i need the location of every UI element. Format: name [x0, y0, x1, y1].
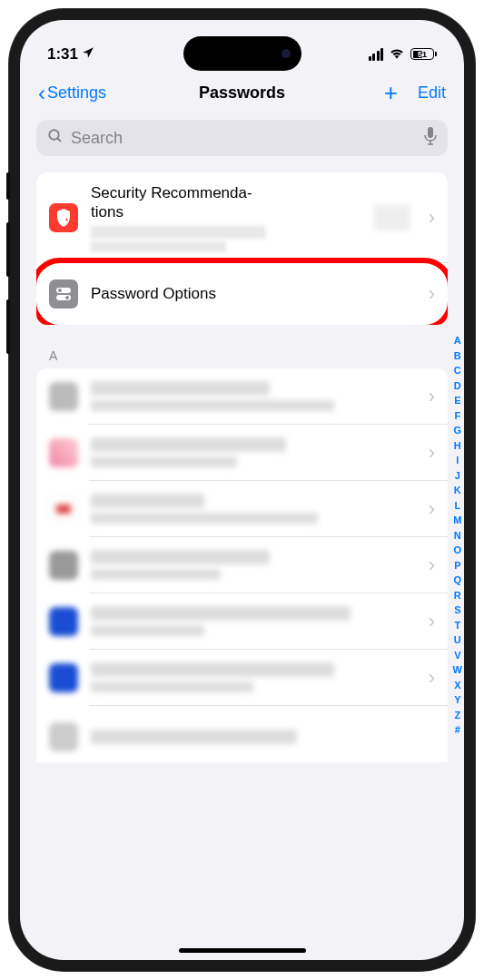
- alpha-index-letter[interactable]: F: [453, 408, 462, 424]
- alpha-index-letter[interactable]: V: [453, 648, 462, 663]
- toggles-icon: [49, 279, 78, 309]
- alpha-index-letter[interactable]: L: [453, 498, 462, 514]
- edit-button[interactable]: Edit: [418, 83, 446, 103]
- back-button[interactable]: ‹ Settings: [38, 81, 106, 106]
- list-item[interactable]: ›: [36, 425, 448, 481]
- alphabet-index[interactable]: ABCDEFGHIJKLMNOPQRSTUVWXYZ#: [453, 333, 462, 738]
- password-options-label: Password Options: [91, 284, 416, 303]
- section-header-a: A: [36, 348, 448, 368]
- alpha-index-letter[interactable]: Y: [453, 692, 462, 708]
- list-item[interactable]: ›: [36, 593, 448, 650]
- security-recommendations-row[interactable]: Security Recommenda- tions ›: [36, 172, 448, 263]
- wifi-icon: [389, 46, 405, 63]
- page-title: Passwords: [199, 83, 285, 103]
- alpha-index-letter[interactable]: N: [453, 528, 462, 544]
- alpha-index-letter[interactable]: R: [453, 588, 462, 603]
- alpha-index-letter[interactable]: G: [453, 423, 462, 438]
- alpha-index-letter[interactable]: B: [453, 348, 462, 364]
- location-icon: [82, 45, 94, 64]
- clock: 1:31: [47, 45, 78, 64]
- chevron-left-icon: ‹: [38, 81, 45, 106]
- list-item[interactable]: ›: [36, 537, 448, 593]
- alpha-index-letter[interactable]: D: [453, 378, 462, 394]
- list-item[interactable]: ›: [36, 650, 448, 706]
- alpha-index-letter[interactable]: Z: [453, 708, 462, 723]
- alpha-index-letter[interactable]: A: [453, 333, 462, 348]
- list-item[interactable]: ›: [36, 481, 448, 537]
- svg-point-8: [65, 296, 69, 299]
- alpha-index-letter[interactable]: O: [453, 543, 462, 558]
- alpha-index-letter[interactable]: Q: [453, 573, 462, 588]
- chevron-right-icon: ›: [429, 206, 435, 230]
- alpha-index-letter[interactable]: K: [453, 483, 462, 498]
- svg-point-6: [58, 289, 62, 292]
- chevron-right-icon: ›: [429, 497, 435, 521]
- screen: 1:31 51: [20, 20, 464, 960]
- password-list: › › › ›: [36, 368, 448, 762]
- svg-rect-2: [428, 127, 433, 138]
- chevron-right-icon: ›: [429, 385, 435, 408]
- chevron-right-icon: ›: [429, 666, 435, 690]
- chevron-right-icon: ›: [429, 554, 435, 577]
- blurred-badge: [374, 205, 410, 230]
- password-options-row[interactable]: Password Options ›: [36, 263, 448, 325]
- alpha-index-letter[interactable]: X: [453, 678, 462, 693]
- svg-line-1: [57, 138, 61, 142]
- list-item[interactable]: [36, 706, 448, 762]
- alpha-index-letter[interactable]: #: [453, 722, 462, 738]
- alpha-index-letter[interactable]: U: [453, 632, 462, 648]
- blurred-subtitle: [91, 241, 226, 252]
- signal-icon: [369, 48, 384, 61]
- chevron-right-icon: ›: [429, 282, 435, 306]
- alpha-index-letter[interactable]: E: [453, 393, 462, 408]
- home-indicator[interactable]: [179, 948, 306, 953]
- chevron-right-icon: ›: [429, 610, 435, 633]
- search-input[interactable]: Search: [36, 120, 448, 156]
- shield-alert-icon: [49, 203, 78, 232]
- dynamic-island: [183, 36, 301, 71]
- alpha-index-letter[interactable]: P: [453, 558, 462, 573]
- svg-point-0: [49, 130, 59, 140]
- alpha-index-letter[interactable]: T: [453, 618, 462, 633]
- add-button[interactable]: +: [384, 79, 398, 107]
- alpha-index-letter[interactable]: I: [453, 453, 462, 468]
- phone-frame: 1:31 51: [9, 9, 475, 971]
- search-icon: [47, 128, 64, 148]
- microphone-icon[interactable]: [424, 127, 437, 149]
- alpha-index-letter[interactable]: W: [453, 662, 462, 678]
- alpha-index-letter[interactable]: M: [453, 513, 462, 528]
- alpha-index-letter[interactable]: H: [453, 438, 462, 454]
- alpha-index-letter[interactable]: C: [453, 363, 462, 378]
- chevron-right-icon: ›: [429, 441, 435, 465]
- alpha-index-letter[interactable]: J: [453, 468, 462, 484]
- search-placeholder: Search: [71, 129, 417, 148]
- back-label: Settings: [47, 83, 106, 103]
- settings-card: Security Recommenda- tions › Passwo: [36, 172, 448, 325]
- security-recommendations-label: Security Recommenda- tions: [91, 183, 361, 222]
- navigation-bar: ‹ Settings Passwords + Edit: [20, 70, 464, 120]
- battery-icon: 51: [410, 48, 437, 60]
- alpha-index-letter[interactable]: S: [453, 603, 462, 618]
- list-item[interactable]: ›: [36, 368, 448, 425]
- blurred-subtitle: [91, 226, 266, 239]
